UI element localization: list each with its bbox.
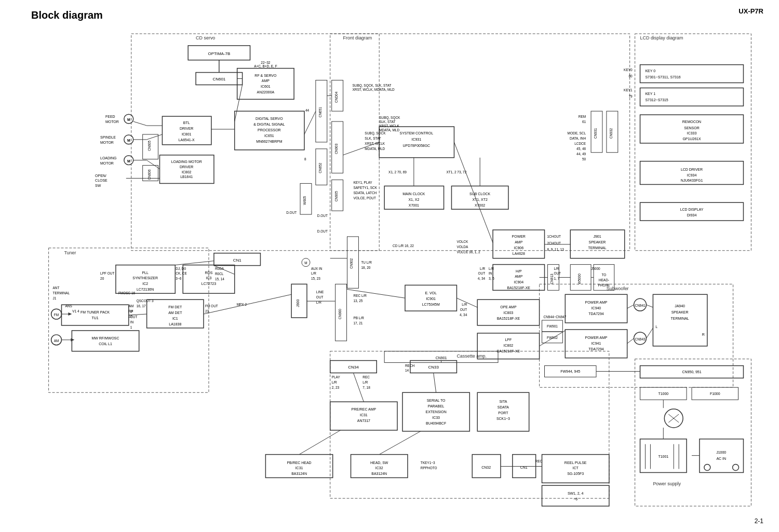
svg-text:AMP: AMP: [515, 240, 522, 244]
svg-text:TO: TO: [601, 273, 606, 277]
svg-text:CN932: CN932: [609, 128, 613, 138]
svg-text:V1 4: V1 4: [72, 309, 79, 313]
svg-text:J1: J1: [53, 296, 57, 300]
svg-text:DI934: DI934: [687, 213, 697, 217]
svg-marker-380: [71, 338, 74, 342]
svg-text:X1, X2: X1, X2: [408, 198, 419, 201]
svg-text:50: 50: [582, 157, 586, 161]
svg-text:CN941: CN941: [635, 304, 645, 307]
svg-text:SUB CLOCK: SUB CLOCK: [469, 192, 491, 196]
svg-text:PHONE: PHONE: [598, 283, 610, 287]
svg-text:SAFETY1, SCK: SAFETY1, SCK: [353, 186, 377, 189]
svg-text:RPPHOTO: RPPHOTO: [421, 466, 437, 470]
svg-text:IC802: IC802: [504, 344, 514, 347]
svg-text:Power supply: Power supply: [653, 481, 681, 486]
svg-text:L/R: L/R: [311, 271, 316, 275]
svg-text:VOLDA: VOLDA: [456, 245, 468, 249]
svg-text:BA15218F-XE: BA15218F-XE: [497, 349, 520, 353]
svg-text:DATA, INH: DATA, INH: [570, 137, 586, 140]
svg-text:SLK, STAT: SLK, STAT: [379, 120, 395, 124]
svg-text:MOTOR: MOTOR: [100, 141, 114, 144]
svg-text:PROCESSOR: PROCESSOR: [258, 128, 280, 132]
svg-text:Tuner: Tuner: [64, 250, 76, 255]
svg-text:OUT: OUT: [460, 308, 467, 311]
svg-text:CN652: CN652: [318, 162, 322, 173]
svg-text:SLK, STAT: SLK, STAT: [365, 137, 381, 140]
svg-text:BTL: BTL: [183, 121, 190, 125]
svg-text:XRST, WCLK, MDATA, MLD: XRST, WCLK, MDATA, MLD: [352, 88, 394, 91]
svg-text:FW944, 945: FW944, 945: [560, 370, 580, 373]
svg-rect-12: [635, 359, 751, 506]
svg-text:VOLCE, POUT: VOLCE, POUT: [353, 196, 375, 200]
svg-text:CN900: CN900: [338, 309, 342, 319]
svg-text:REM: REM: [579, 115, 586, 118]
svg-text:L/R: L/R: [480, 267, 485, 270]
svg-text:IC802: IC802: [182, 170, 192, 174]
svg-text:BA3124N: BA3124N: [371, 472, 387, 475]
svg-text:IC601: IC601: [261, 85, 271, 88]
svg-text:M: M: [127, 118, 130, 121]
svg-text:R0CL: R0CL: [215, 272, 224, 276]
svg-text:CN33: CN33: [428, 365, 439, 370]
svg-text:NJU6433FG1: NJU6433FG1: [681, 179, 703, 182]
svg-text:J5000: J5000: [591, 267, 600, 270]
svg-text:44: 44: [305, 108, 310, 112]
svg-text:SPEAKER: SPEAKER: [589, 240, 606, 244]
svg-text:SUBQ, SOCK: SUBQ, SOCK: [365, 131, 386, 135]
svg-line-396: [353, 373, 364, 402]
svg-text:CN651: CN651: [318, 107, 322, 117]
svg-text:LA1838: LA1838: [169, 322, 181, 326]
svg-text:L/R: L/R: [554, 267, 559, 270]
svg-text:AM: AM: [54, 339, 59, 343]
svg-rect-91: [640, 65, 744, 83]
svg-text:REMOCON: REMOCON: [682, 120, 701, 124]
svg-text:AM: AM: [129, 304, 134, 308]
svg-text:PARABEL: PARABEL: [428, 404, 445, 408]
svg-text:CN1: CN1: [233, 258, 241, 263]
svg-line-369: [304, 111, 316, 134]
svg-text:D.OUT: D.OUT: [317, 229, 328, 233]
svg-text:SDATA: SDATA: [498, 405, 509, 409]
svg-text:1CHOUT: 1CHOUT: [547, 235, 561, 238]
svg-text:RDS: RDS: [205, 271, 213, 275]
svg-text:PLAY: PLAY: [332, 375, 341, 379]
svg-text:SW: SW: [95, 184, 101, 187]
svg-text:POWER AMP: POWER AMP: [585, 336, 608, 339]
svg-text:FW902: FW902: [547, 336, 558, 339]
svg-text:L/R: L/R: [362, 380, 368, 384]
svg-text:CN601: CN601: [213, 77, 226, 81]
svg-text:22~32: 22~32: [261, 61, 271, 64]
svg-line-390: [627, 305, 634, 308]
svg-text:DJ, D0: DJ, D0: [176, 267, 186, 270]
svg-text:8: 8: [304, 157, 306, 161]
svg-text:PLL: PLL: [142, 271, 149, 275]
svg-text:IC940: IC940: [592, 306, 601, 310]
svg-text:IC904: IC904: [514, 280, 523, 284]
svg-text:D.OUT: D.OUT: [286, 211, 297, 214]
svg-text:LOADING MOTOR: LOADING MOTOR: [171, 160, 202, 163]
svg-text:23: 23: [205, 309, 209, 313]
svg-text:FM: FM: [54, 313, 59, 317]
model-ref: UX-P7R: [738, 7, 763, 15]
svg-text:KEY 0: KEY 0: [645, 69, 655, 73]
svg-text:POWER AMP: POWER AMP: [585, 301, 608, 304]
svg-text:18, 20: 18, 20: [361, 266, 370, 269]
svg-text:AN7317: AN7317: [357, 419, 370, 422]
svg-text:L: L: [655, 325, 657, 329]
svg-text:IC941: IC941: [592, 342, 601, 345]
page-title: Block diagram: [31, 9, 103, 21]
svg-text:PRE/REC AMP: PRE/REC AMP: [352, 407, 377, 411]
svg-text:QSCOUT 3: QSCOUT 3: [137, 299, 154, 303]
svg-text:T1000: T1000: [658, 392, 668, 395]
svg-text:DIGITAL SERVO: DIGITAL SERVO: [256, 117, 283, 120]
svg-text:A+C, B+D, E, F: A+C, B+D, E, F: [254, 64, 277, 68]
svg-text:IC31: IC31: [360, 413, 368, 417]
svg-text:MW RF/MWOSC: MW RF/MWOSC: [92, 336, 119, 340]
svg-text:LINE: LINE: [316, 290, 324, 294]
svg-text:16, 17: 16, 17: [137, 304, 146, 308]
svg-text:R0DA: R0DA: [215, 267, 224, 270]
svg-text:13, 25: 13, 25: [353, 299, 362, 303]
svg-text:KEY1, PLAY: KEY1, PLAY: [353, 181, 372, 184]
svg-text:UPD78F0058GC: UPD78F0058GC: [403, 144, 431, 147]
svg-text:J901: J901: [593, 235, 601, 238]
